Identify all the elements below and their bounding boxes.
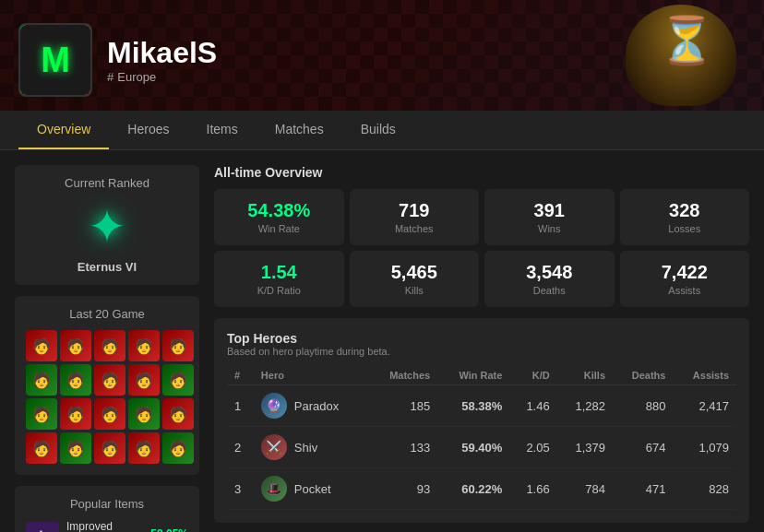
nav-matches[interactable]: Matches <box>257 111 342 149</box>
stat-value: 3,548 <box>495 262 603 283</box>
hero-name-cell: 🎩 Pocket <box>254 468 369 510</box>
hero-assists: 1,079 <box>673 427 736 468</box>
stat-label: Losses <box>631 223 739 234</box>
stat-matches: 719 Matches <box>350 189 480 245</box>
stat-value: 391 <box>495 200 603 221</box>
item-icon-cooldown: ⏱ <box>26 522 59 532</box>
hero-deaths: 880 <box>613 385 673 427</box>
col-hero: Hero <box>254 366 369 385</box>
hero-avatar-shiv: ⚔️ <box>261 434 287 460</box>
hero-avatar-paradox: 🔮 <box>261 393 287 419</box>
col-rank: # <box>227 366 254 385</box>
game-thumb: 🧑 <box>94 364 125 396</box>
header-info: MikaelS Europe <box>107 36 217 84</box>
stat-kd: 1.54 K/D Ratio <box>214 251 344 307</box>
last20-title: Last 20 Game <box>26 307 188 321</box>
stat-label: Deaths <box>495 285 603 296</box>
character-art <box>616 0 746 111</box>
stat-value: 1.54 <box>225 262 333 283</box>
stats-row2: 1.54 K/D Ratio 5,465 Kills 3,548 Deaths … <box>214 251 749 307</box>
current-ranked-section: Current Ranked ✦ Eternus VI <box>15 165 199 285</box>
game-thumb: 🧑 <box>26 364 57 396</box>
game-thumb: 🧑 <box>60 432 91 464</box>
games-grid: 🧑 🧑 🧑 🧑 🧑 🧑 🧑 🧑 🧑 🧑 🧑 🧑 🧑 🧑 🧑 🧑 <box>26 330 188 464</box>
stat-losses: 328 Losses <box>620 189 750 245</box>
header: M MikaelS Europe <box>0 0 764 111</box>
hero-name-cell: 🔮 Paradox <box>254 385 369 427</box>
nav-heroes[interactable]: Heroes <box>109 111 187 149</box>
game-thumb: 🧑 <box>60 364 91 396</box>
hero-assists: 2,417 <box>673 385 736 427</box>
overview-section: All-time Overview 54.38% Win Rate 719 Ma… <box>214 165 749 307</box>
popular-items-section: Popular Items ⏱ Improved Cooldown 174 Ma… <box>15 486 199 532</box>
col-assists: Assists <box>673 366 736 385</box>
hero-assists: 828 <box>673 468 736 510</box>
hero-name-cell: ⚔️ Shiv <box>254 427 369 468</box>
game-thumb: 🧑 <box>94 432 125 464</box>
stat-assists: 7,422 Assists <box>620 251 750 307</box>
hero-kills: 784 <box>557 468 613 510</box>
stats-row1: 54.38% Win Rate 719 Matches 391 Wins 328… <box>214 189 749 245</box>
col-kd: K/D <box>509 366 556 385</box>
stat-value: 54.38% <box>225 200 333 221</box>
stat-value: 328 <box>631 200 739 221</box>
game-thumb: 🧑 <box>128 364 160 396</box>
hero-deaths: 674 <box>613 427 673 468</box>
game-thumb: 🧑 <box>26 330 57 361</box>
hero-row-1: 1 🔮 Paradox 185 58.38% 1.46 1,282 880 2 <box>227 385 736 427</box>
hero-winrate: 59.40% <box>437 427 509 468</box>
hero-row-3: 3 🎩 Pocket 93 60.22% 1.66 784 471 828 <box>227 468 736 510</box>
hero-deaths: 471 <box>613 468 673 510</box>
region: Europe <box>107 70 217 84</box>
popular-items-title: Popular Items <box>26 497 188 511</box>
item-name: Improved Cooldown <box>66 520 143 532</box>
col-matches: Matches <box>369 366 438 385</box>
rank-name: Eternus VI <box>78 260 137 274</box>
last20-section: Last 20 Game 🧑 🧑 🧑 🧑 🧑 🧑 🧑 🧑 🧑 🧑 🧑 🧑 🧑 🧑 <box>15 296 199 475</box>
hero-matches: 93 <box>369 468 438 510</box>
nav-builds[interactable]: Builds <box>342 111 414 149</box>
item-winrate-block: 58.05% Win Rate <box>150 527 188 532</box>
col-winrate: Win Rate <box>437 366 509 385</box>
rank-display: ✦ Eternus VI <box>26 199 188 274</box>
top-heroes-subtitle: Based on hero playtime during beta. <box>227 346 736 357</box>
game-thumb: 🧑 <box>128 330 160 361</box>
hero-kills: 1,282 <box>557 385 613 427</box>
character-silhouette <box>626 5 736 106</box>
game-thumb: 🧑 <box>162 364 194 396</box>
top-heroes-title: Top Heroes <box>227 331 736 346</box>
navigation: Overview Heroes Items Matches Builds <box>0 111 764 150</box>
stat-label: Wins <box>495 223 603 234</box>
username: MikaelS <box>107 36 217 70</box>
rank-emblem: ✦ <box>79 199 135 254</box>
game-thumb: 🧑 <box>94 398 125 430</box>
heroes-table: # Hero Matches Win Rate K/D Kills Deaths… <box>227 366 736 510</box>
stat-label: K/D Ratio <box>225 285 333 296</box>
game-thumb: 🧑 <box>26 398 57 430</box>
nav-overview[interactable]: Overview <box>18 111 109 149</box>
stat-label: Matches <box>361 223 469 234</box>
hero-rank: 1 <box>227 385 254 427</box>
game-thumb: 🧑 <box>128 398 160 430</box>
hero-winrate: 58.38% <box>437 385 509 427</box>
hero-kd: 2.05 <box>509 427 556 468</box>
stat-value: 5,465 <box>361 262 469 283</box>
hero-kills: 1,379 <box>557 427 613 468</box>
stat-label: Kills <box>361 285 469 296</box>
item-info-cooldown: Improved Cooldown 174 Matches <box>66 520 143 532</box>
stat-wins: 391 Wins <box>484 189 615 245</box>
game-thumb: 🧑 <box>60 398 91 430</box>
game-thumb: 🧑 <box>94 330 125 361</box>
nav-items[interactable]: Items <box>188 111 257 149</box>
hero-row-2: 2 ⚔️ Shiv 133 59.40% 2.05 1,379 674 1,07 <box>227 427 736 468</box>
hero-matches: 133 <box>369 427 438 468</box>
game-thumb: 🧑 <box>128 432 160 464</box>
game-thumb: 🧑 <box>162 330 194 361</box>
popular-item: ⏱ Improved Cooldown 174 Matches 58.05% W… <box>26 520 188 532</box>
stat-deaths: 3,548 Deaths <box>484 251 615 307</box>
stat-value: 719 <box>361 200 469 221</box>
rank-star-icon: ✦ <box>88 204 126 250</box>
col-kills: Kills <box>557 366 613 385</box>
right-panel: All-time Overview 54.38% Win Rate 719 Ma… <box>214 165 749 532</box>
hero-rank: 3 <box>227 468 254 510</box>
